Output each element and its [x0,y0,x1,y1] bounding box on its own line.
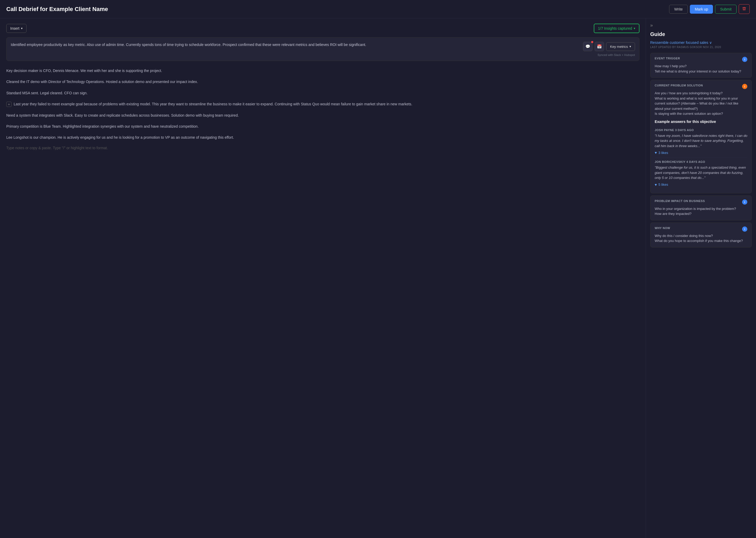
answer-text-josh: "I have my zoom, I have salesforce notes… [655,133,747,149]
list-item: Need a system that integrates with Slack… [6,110,639,121]
toolbar: Insert ▾ 1/7 Insights captured ▾ [6,24,639,33]
insights-label: 1/7 Insights captured [598,26,632,30]
likes-count-jon: 5 likes [658,183,668,187]
answer-author-josh: JOSH PAYNE 3 DAYS AGO [655,129,747,132]
card-body-event-trigger: How may I help you?Tell me what is drivi… [655,64,747,74]
chevron-down-icon-metrics: ▾ [630,45,631,48]
left-panel: Insert ▾ 1/7 Insights captured ▾ Identif… [0,19,646,538]
note-text: Cleared the IT demo with Director of Tec… [6,79,198,84]
chevron-down-icon: ▾ [21,27,23,30]
key-metrics-button[interactable]: Key metrics ▾ [606,42,635,51]
note-card-header: Identified employee productivity as key … [11,42,635,51]
answer-item-josh: JOSH PAYNE 3 DAYS AGO "I have my zoom, I… [655,126,747,158]
note-placeholder[interactable]: Type notes or copy & paste. Type "/" or … [6,143,639,153]
note-text: Last year they failed to meet example go… [14,101,412,107]
guide-meta: LAST UPDATED BY RASMUS GOKSOR NOV 21, 20… [650,46,752,49]
add-note-button[interactable]: + [6,102,12,107]
list-item: Standard MSA sent. Legal cleared. CFO ca… [6,87,639,98]
answer-author-jon: JON BORICHEVSKIY 4 DAYS AGO [655,160,747,163]
likes-button-josh[interactable]: ♥ 3 likes [655,150,668,155]
card-title-why-now: WHY NOW [655,227,670,230]
note-card-text: Identified employee productivity as key … [11,42,580,48]
guide-card-current-problem: CURRENT PROBLEM SOLUTION i Are you / how… [650,80,752,193]
note-text: Lee Longshot is our champion. He is acti… [6,134,234,140]
chevron-down-icon-insights: ▾ [634,27,635,30]
slack-icon: 💬 [586,44,591,49]
submit-button[interactable]: Submit [715,5,736,14]
answer-item-jon: JON BORICHEVSKIY 4 DAYS AGO "Biggest cha… [655,158,747,189]
calendar-icon-btn[interactable]: 📅 [594,42,604,51]
calendar-icon: 📅 [597,44,602,49]
write-button[interactable]: Write [669,5,687,14]
card-body-problem-impact: Who in your organization is impacted by … [655,206,747,216]
likes-button-jon[interactable]: ♥ 5 likes [655,183,668,187]
guide-card-header-why-now: WHY NOW i [655,227,747,232]
info-icon-why-now[interactable]: i [742,227,747,232]
right-panel: » Guide Ressemble customer focused sales… [646,19,756,538]
insert-label: Insert [10,26,20,30]
note-text: Key decision maker is CFO, Dennis Menace… [6,68,162,74]
answer-text-jon: "Biggest challenge for us, it is such a … [655,165,747,181]
guide-link-label: Ressemble customer focused sales [650,40,708,45]
delete-button[interactable] [739,4,750,14]
card-body-current-problem: Are you / how are you solving/doing it t… [655,91,747,116]
heart-icon-josh: ♥ [655,150,657,155]
note-text: Standard MSA sent. Legal cleared. CFO ca… [6,90,88,96]
panel-toggle-button[interactable]: » [650,23,752,28]
guide-card-why-now: WHY NOW i Why do this / consider doing t… [650,223,752,247]
list-item: Cleared the IT demo with Director of Tec… [6,76,639,87]
card-title-event-trigger: EVENT TRIGGER [655,57,680,60]
card-title-current-problem: CURRENT PROBLEM SOLUTION [655,84,703,87]
list-item: Key decision maker is CFO, Dennis Menace… [6,65,639,76]
guide-card-header: EVENT TRIGGER i [655,57,747,62]
example-answers-title: Example answers for this objective [655,120,747,124]
notes-list: Key decision maker is CFO, Dennis Menace… [6,65,639,153]
info-icon-problem-impact[interactable]: i [742,199,747,205]
synced-label: Synced with Slack + Hubspot [11,53,635,56]
note-card-actions: 💬 📅 Key metrics ▾ [583,42,635,51]
insert-button[interactable]: Insert ▾ [6,24,26,33]
likes-count-josh: 3 likes [658,151,668,155]
note-text: Primary competition is Blue Team. Highli… [6,124,199,129]
markup-button[interactable]: Mark up [690,5,713,14]
list-item: Primary competition is Blue Team. Highli… [6,121,639,132]
card-body-why-now: Why do this / consider doing this now?Wh… [655,233,747,243]
header: Call Debrief for Example Client Name Wri… [0,0,756,19]
slack-icon-btn[interactable]: 💬 [583,42,592,51]
insights-dropdown[interactable]: 1/7 Insights captured ▾ [594,24,639,33]
chevron-down-icon-guide: ∨ [709,40,712,45]
trash-icon [742,7,746,11]
notification-badge [591,41,593,43]
list-item: Lee Longshot is our champion. He is acti… [6,132,639,143]
list-item[interactable]: + Last year they failed to meet example … [6,98,639,110]
guide-card-event-trigger: EVENT TRIGGER i How may I help you?Tell … [650,53,752,78]
main-content: Insert ▾ 1/7 Insights captured ▾ Identif… [0,19,756,538]
heart-icon-jon: ♥ [655,183,657,187]
guide-card-header-problem: CURRENT PROBLEM SOLUTION i [655,84,747,89]
key-metrics-label: Key metrics [610,45,628,49]
note-card: Identified employee productivity as key … [6,37,639,61]
guide-card-header-impact: PROBLEM IMPACT ON BUSINESS i [655,199,747,205]
info-icon-event-trigger[interactable]: i [742,57,747,62]
app-container: Call Debrief for Example Client Name Wri… [0,0,756,538]
header-actions: Write Mark up Submit [669,4,750,14]
guide-link[interactable]: Ressemble customer focused sales ∨ [650,40,752,45]
note-text: Need a system that integrates with Slack… [6,112,239,118]
guide-title: Guide [650,31,752,37]
info-icon-current-problem[interactable]: i [742,84,747,89]
guide-card-problem-impact: PROBLEM IMPACT ON BUSINESS i Who in your… [650,195,752,220]
page-title: Call Debrief for Example Client Name [6,6,108,13]
card-title-problem-impact: PROBLEM IMPACT ON BUSINESS [655,199,705,202]
